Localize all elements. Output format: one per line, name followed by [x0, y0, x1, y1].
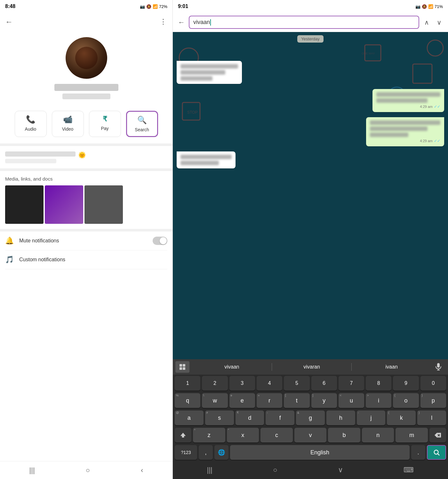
- key-y[interactable]: ] y: [311, 393, 337, 408]
- media-item-2[interactable]: [45, 185, 83, 224]
- pay-button[interactable]: ₹ Pay: [89, 111, 121, 137]
- key-9[interactable]: 9: [393, 376, 419, 391]
- video-icon: 📹: [63, 115, 73, 124]
- key-v[interactable]: v: [294, 428, 327, 442]
- key-a[interactable]: @ a: [175, 410, 204, 425]
- status-line1: [5, 151, 76, 157]
- key-q[interactable]: % q: [175, 393, 200, 408]
- period-key[interactable]: .: [411, 445, 425, 460]
- key-s[interactable]: # s: [205, 410, 234, 425]
- key-8[interactable]: 8: [366, 376, 391, 391]
- key-b[interactable]: b: [328, 428, 360, 442]
- key-z[interactable]: * z: [193, 428, 225, 442]
- media-item-1[interactable]: [5, 185, 44, 224]
- nav-recent-button[interactable]: |||: [29, 466, 35, 475]
- search-next-button[interactable]: ∨: [434, 17, 444, 28]
- nav-keyboard-right[interactable]: ⌨: [404, 466, 414, 474]
- back-button-left[interactable]: ←: [5, 17, 13, 26]
- key-f[interactable]: - f: [266, 410, 294, 425]
- mute-toggle[interactable]: [153, 237, 167, 245]
- key-u[interactable]: < u: [339, 393, 364, 408]
- nav-bar-left: ||| ○ ‹: [0, 461, 172, 479]
- nav-bar-right: ||| ○ ∨ ⌨: [173, 461, 448, 479]
- key-5[interactable]: 5: [284, 376, 309, 391]
- shift-key[interactable]: [175, 428, 191, 442]
- key-c[interactable]: c: [260, 428, 293, 442]
- more-options-button[interactable]: ⋮: [160, 18, 167, 26]
- key-w[interactable]: \ w: [202, 393, 228, 408]
- svg-point-21: [434, 450, 438, 454]
- nav-back-right[interactable]: ∨: [338, 466, 343, 474]
- search-back-button[interactable]: ←: [177, 17, 186, 28]
- qwerty-row: % q \ w e e = r [ t ] y: [173, 392, 448, 409]
- suggestion-2[interactable]: vivaran: [272, 363, 352, 371]
- key-r[interactable]: = r: [257, 393, 282, 408]
- audio-icon: 📞: [26, 115, 36, 124]
- key-l[interactable]: ) l: [417, 410, 446, 425]
- battery-right: 71%: [435, 4, 443, 9]
- key-d[interactable]: ₹ d: [236, 410, 264, 425]
- search-prev-button[interactable]: ∧: [422, 17, 432, 28]
- key-k[interactable]: ( k: [387, 410, 416, 425]
- custom-notifications-row[interactable]: 🎵 Custom notifications: [5, 250, 167, 269]
- key-o[interactable]: { o: [393, 393, 419, 408]
- key-0[interactable]: 0: [420, 376, 446, 391]
- audio-button[interactable]: 📞 Audio: [15, 111, 47, 137]
- keyboard-search-button[interactable]: [427, 445, 446, 460]
- search-label-left: Search: [135, 127, 149, 132]
- key-t[interactable]: [ t: [284, 393, 309, 408]
- search-button-left[interactable]: 🔍 Search: [126, 111, 158, 137]
- time-right: 9:01: [178, 4, 188, 9]
- bottom-row: ?123 , 🌐 English .: [173, 444, 448, 461]
- media-item-3[interactable]: [84, 185, 123, 224]
- search-icon-left: 🔍: [137, 116, 147, 125]
- message-sent-2: 4:29 am ✓✓: [366, 117, 444, 146]
- key-m[interactable]: m: [396, 428, 428, 442]
- profile-name: [54, 84, 118, 91]
- nav-home-right[interactable]: ○: [273, 466, 277, 474]
- key-x[interactable]: " x: [227, 428, 259, 442]
- key-g[interactable]: & g: [296, 410, 325, 425]
- suggestion-1[interactable]: vivaan: [192, 363, 272, 371]
- message-received-1: [177, 61, 242, 84]
- key-p[interactable]: } p: [420, 393, 446, 408]
- mic-button[interactable]: [431, 361, 445, 373]
- nav-back-button[interactable]: ‹: [141, 466, 143, 475]
- search-input-wrapper[interactable]: vivaan: [189, 16, 419, 29]
- key-e[interactable]: e e: [229, 393, 255, 408]
- messages-area: 4:29 am ✓✓ 4:29 am ✓✓: [173, 42, 448, 174]
- number-row: 1 2 3 4 5 6 7 8 9 0: [173, 375, 448, 392]
- key-h[interactable]: h: [326, 410, 355, 425]
- key-i[interactable]: > i: [366, 393, 391, 408]
- key-j[interactable]: - j: [357, 410, 386, 425]
- settings-section: 🔔 Mute notifications 🎵 Custom notificati…: [0, 231, 172, 269]
- mute-label: Mute notifications: [19, 238, 153, 244]
- backspace-key[interactable]: [429, 428, 446, 442]
- asdf-row: @ a # s ₹ d - f & g h -: [173, 409, 448, 426]
- key-3[interactable]: 3: [229, 376, 255, 391]
- key-4[interactable]: 4: [257, 376, 282, 391]
- key-n[interactable]: n: [362, 428, 394, 442]
- key-7[interactable]: 7: [339, 376, 364, 391]
- status-section: 🌞: [0, 146, 172, 168]
- key-6[interactable]: 6: [311, 376, 337, 391]
- keyboard-grid-button[interactable]: [175, 361, 189, 373]
- keyboard-area: vivaan vivaran ivaan 1 2 3 4 5 6 7: [173, 359, 448, 479]
- space-key[interactable]: English: [230, 445, 410, 460]
- left-header: ← ⋮: [0, 13, 172, 31]
- mute-notifications-row: 🔔 Mute notifications: [5, 231, 167, 250]
- numbers-key[interactable]: ?123: [175, 445, 197, 460]
- status-bar-left: 8:48 📷 🔕 📶 72%: [0, 0, 172, 13]
- svg-rect-14: [183, 367, 185, 370]
- nav-home-button[interactable]: ○: [86, 466, 90, 475]
- comma-key[interactable]: ,: [199, 445, 213, 460]
- shift-icon: [180, 432, 186, 438]
- avatar: [66, 37, 107, 79]
- key-2[interactable]: 2: [202, 376, 228, 391]
- custom-label: Custom notifications: [19, 257, 167, 263]
- key-1[interactable]: 1: [175, 376, 200, 391]
- video-button[interactable]: 📹 Video: [52, 111, 84, 137]
- suggestion-3[interactable]: ivaan: [352, 363, 431, 371]
- globe-key[interactable]: 🌐: [214, 445, 228, 460]
- nav-recent-right[interactable]: |||: [207, 466, 212, 474]
